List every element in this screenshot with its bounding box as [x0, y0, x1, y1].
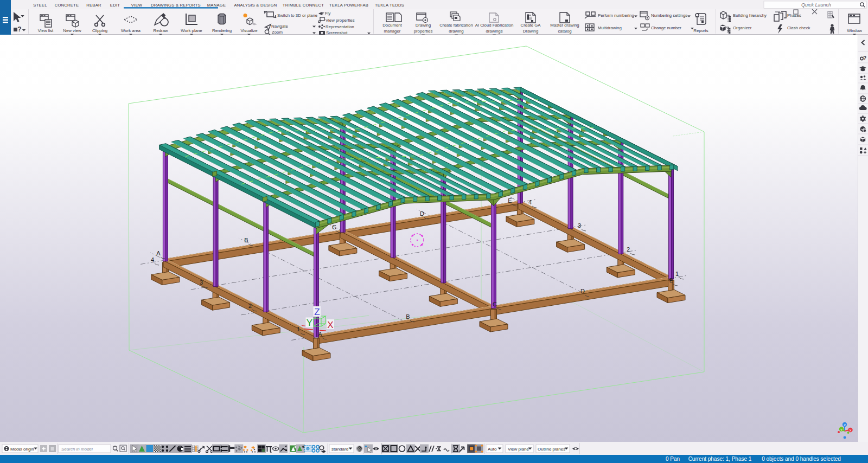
svg-text:Perform numbering: Perform numbering: [598, 13, 634, 18]
svg-text:STEEL: STEEL: [33, 3, 47, 8]
svg-text:Z: Z: [844, 423, 846, 427]
svg-text:EDIT: EDIT: [110, 3, 120, 8]
svg-text:MANAGE: MANAGE: [207, 3, 226, 8]
svg-text:A: A: [156, 250, 161, 256]
svg-text:Organizer: Organizer: [733, 25, 752, 30]
svg-text:Zoom: Zoom: [272, 30, 283, 35]
svg-text:C: C: [493, 301, 497, 307]
svg-text:X: X: [327, 320, 333, 330]
svg-text:Z: Z: [314, 307, 320, 317]
svg-text:A: A: [318, 331, 322, 337]
svg-text:properties: properties: [414, 29, 433, 34]
svg-text:1: 1: [675, 271, 679, 277]
svg-text:View plane: View plane: [508, 447, 529, 452]
svg-text:Work plane: Work plane: [181, 28, 202, 33]
svg-text:0 objects and 0 handles select: 0 objects and 0 handles selected: [762, 456, 841, 462]
svg-text:REBAR: REBAR: [86, 3, 101, 8]
svg-text:manager: manager: [384, 29, 401, 34]
svg-text:3: 3: [200, 279, 203, 286]
svg-text:Screenshot: Screenshot: [326, 30, 348, 35]
svg-text:0 Pan: 0 Pan: [666, 456, 680, 462]
svg-text:1: 1: [297, 326, 300, 332]
svg-text:Change number: Change number: [651, 25, 681, 30]
svg-text:2: 2: [627, 246, 630, 253]
svg-text:B: B: [406, 313, 410, 320]
svg-text:Navigate: Navigate: [271, 24, 288, 29]
svg-text:?: ?: [17, 25, 21, 33]
svg-text:Search in model: Search in model: [61, 447, 93, 452]
svg-text:Master drawing: Master drawing: [550, 23, 579, 28]
svg-text:View properties: View properties: [326, 18, 355, 23]
svg-text:Clash check: Clash check: [787, 25, 810, 30]
svg-text:catalog: catalog: [558, 29, 571, 34]
svg-text:Create fabrication: Create fabrication: [439, 23, 473, 28]
svg-text:C: C: [332, 224, 336, 230]
svg-text:D: D: [580, 288, 585, 294]
svg-text:Building hierarchy: Building hierarchy: [733, 13, 767, 18]
svg-text:Outline planes: Outline planes: [538, 447, 565, 452]
svg-text:Clipping: Clipping: [92, 28, 107, 33]
svg-text:Visualize: Visualize: [240, 28, 257, 33]
svg-text:TEKLA TEDDS: TEKLA TEDDS: [375, 3, 404, 8]
svg-text:TEKLA POWERFAB: TEKLA POWERFAB: [329, 3, 368, 8]
svg-text:drawing: drawing: [449, 29, 463, 34]
svg-text:Drawing: Drawing: [523, 29, 539, 34]
svg-text:2: 2: [248, 303, 252, 309]
svg-text:drawings: drawings: [486, 29, 502, 34]
svg-text:B: B: [244, 237, 248, 243]
svg-text:?: ?: [863, 55, 866, 61]
svg-text:Y: Y: [840, 428, 843, 432]
svg-text:E: E: [508, 197, 512, 204]
svg-text:View list: View list: [38, 28, 54, 33]
svg-text:Numbering settings: Numbering settings: [651, 13, 687, 18]
svg-text:3: 3: [578, 222, 581, 229]
svg-text:Quick Launch: Quick Launch: [801, 2, 831, 8]
svg-text:Multidrawing: Multidrawing: [598, 25, 622, 30]
svg-text:X: X: [849, 429, 851, 432]
svg-text:CONCRETE: CONCRETE: [55, 3, 79, 8]
svg-text:standard: standard: [331, 447, 348, 452]
svg-text:D: D: [420, 210, 424, 217]
svg-text:Model origin: Model origin: [10, 447, 34, 452]
svg-text:New view: New view: [63, 28, 81, 33]
svg-text:Current phase: 1, Phase 1: Current phase: 1, Phase 1: [688, 456, 752, 462]
svg-text:Drawing: Drawing: [416, 23, 431, 28]
svg-text:ANALYSIS & DESIGN: ANALYSIS & DESIGN: [234, 3, 277, 8]
svg-text:4: 4: [151, 256, 154, 263]
svg-text:Auto: Auto: [488, 447, 497, 452]
svg-text:Y: Y: [307, 318, 312, 328]
svg-text:Create GA: Create GA: [521, 23, 541, 28]
svg-text:Window: Window: [847, 28, 862, 33]
svg-text:E: E: [669, 278, 673, 284]
svg-text:TRIMBLE CONNECT: TRIMBLE CONNECT: [283, 3, 324, 8]
svg-text:Redraw: Redraw: [154, 28, 168, 33]
svg-text:Reports: Reports: [693, 28, 708, 33]
svg-text:Rendering: Rendering: [212, 28, 232, 33]
svg-text:Phases: Phases: [787, 13, 801, 18]
svg-text:VIEW: VIEW: [131, 3, 143, 8]
svg-text:Switch to 3D or plane: Switch to 3D or plane: [277, 13, 317, 18]
svg-text:Work area: Work area: [121, 28, 141, 33]
svg-text:AI Cloud Fabrication: AI Cloud Fabrication: [475, 23, 514, 28]
svg-text:Fly: Fly: [325, 11, 330, 16]
svg-text:Document: Document: [382, 23, 402, 28]
svg-text:4: 4: [528, 199, 532, 205]
svg-text:Representation: Representation: [326, 24, 354, 29]
svg-text:DRAWINGS & REPORTS: DRAWINGS & REPORTS: [151, 3, 201, 8]
